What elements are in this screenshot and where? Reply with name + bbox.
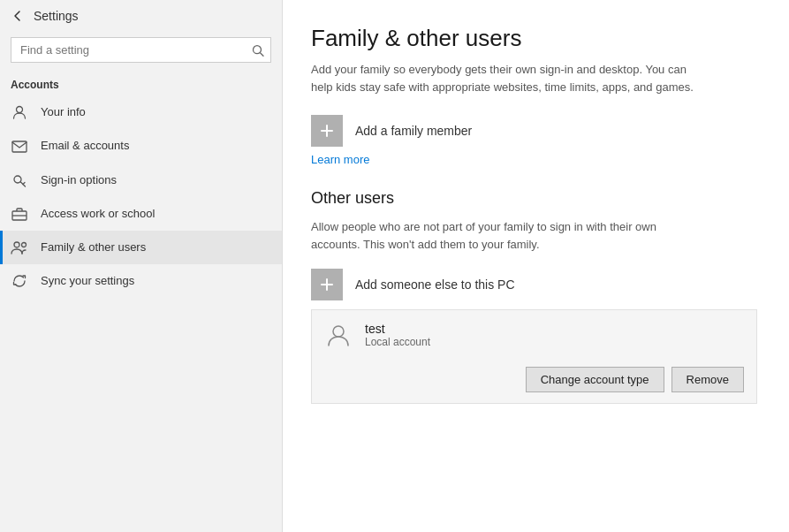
add-someone-button[interactable] — [311, 269, 343, 300]
sidebar-item-label: Sync your settings — [41, 274, 134, 287]
svg-line-1 — [261, 53, 264, 57]
remove-button[interactable]: Remove — [671, 367, 744, 392]
user-name: test — [365, 322, 430, 336]
sidebar-title: Settings — [34, 9, 79, 23]
user-info: test Local account — [365, 322, 430, 348]
search-icon — [252, 43, 264, 57]
other-users-title: Other users — [311, 189, 757, 208]
sidebar-item-sign-in[interactable]: Sign-in options — [0, 163, 282, 197]
sidebar-item-label: Your info — [41, 105, 86, 118]
svg-point-7 — [14, 242, 19, 247]
briefcase-icon — [11, 206, 28, 222]
sidebar-item-work-school[interactable]: Access work or school — [0, 197, 282, 231]
key-icon — [11, 171, 28, 188]
svg-point-8 — [22, 243, 27, 247]
learn-more-link[interactable]: Learn more — [311, 153, 369, 166]
sidebar-item-label: Email & accounts — [41, 139, 129, 152]
add-someone-label: Add someone else to this PC — [355, 277, 515, 292]
sidebar-header: Settings — [0, 0, 282, 32]
svg-point-4 — [14, 176, 21, 183]
page-description: Add your family so everybody gets their … — [311, 61, 709, 95]
sidebar: Settings Accounts Your info Email — [0, 0, 283, 532]
user-type: Local account — [365, 336, 430, 348]
avatar — [324, 321, 353, 349]
svg-point-2 — [17, 106, 23, 112]
change-account-type-button[interactable]: Change account type — [526, 367, 664, 392]
user-card-actions: Change account type Remove — [312, 360, 756, 403]
sidebar-item-family-users[interactable]: Family & other users — [0, 231, 282, 264]
svg-point-13 — [333, 326, 344, 337]
main-content: Family & other users Add your family so … — [283, 0, 789, 532]
add-family-button[interactable] — [311, 115, 343, 147]
sidebar-item-label: Sign-in options — [41, 173, 117, 186]
add-family-row: Add a family member — [311, 115, 757, 147]
email-icon — [11, 138, 28, 154]
other-users-desc: Allow people who are not part of your fa… — [311, 218, 709, 253]
user-card-header: test Local account — [312, 310, 756, 360]
page-title: Family & other users — [311, 25, 757, 52]
sidebar-item-email-accounts[interactable]: Email & accounts — [0, 129, 282, 163]
add-family-label: Add a family member — [355, 124, 472, 138]
back-button[interactable] — [11, 9, 25, 23]
search-input[interactable] — [11, 37, 271, 63]
svg-rect-3 — [12, 141, 27, 152]
sidebar-item-sync[interactable]: Sync your settings — [0, 264, 282, 299]
user-card: test Local account Change account type R… — [311, 309, 757, 404]
person-icon — [11, 103, 28, 120]
accounts-label: Accounts — [0, 73, 282, 95]
sync-icon — [11, 273, 28, 290]
family-icon — [11, 239, 28, 255]
search-box — [11, 37, 271, 63]
sidebar-item-your-info[interactable]: Your info — [0, 95, 282, 129]
sidebar-item-label: Access work or school — [41, 207, 155, 220]
add-someone-row: Add someone else to this PC — [311, 269, 757, 300]
sidebar-item-label: Family & other users — [41, 240, 146, 254]
